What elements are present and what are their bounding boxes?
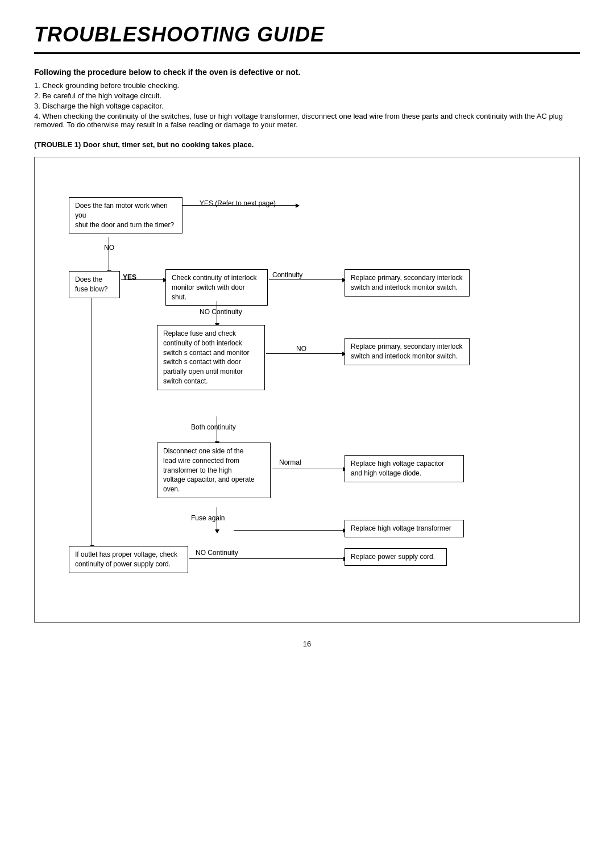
no-continuity-2-label: NO Continuity: [196, 549, 238, 557]
arrow-normal: [272, 469, 343, 469]
fan-motor-box: Does the fan motor work when youshut the…: [69, 197, 182, 233]
arrow-fuse-again: [234, 530, 343, 531]
replace-fuse-box: Replace fuse and checkcontinuity of both…: [157, 325, 265, 390]
no-continuity-label: NO Continuity: [200, 308, 242, 316]
normal-label: Normal: [279, 458, 301, 466]
replace-power-box: Replace power supply cord.: [345, 548, 447, 566]
fuse-again-label: Fuse again: [191, 514, 225, 522]
outlet-box: If outlet has proper voltage, checkconti…: [69, 546, 188, 573]
intro-item-1: 1. Check grounding before trouble checki…: [34, 81, 580, 90]
arrow-fuse-no: [266, 353, 343, 354]
arrow-no-continuity-2: [189, 558, 344, 559]
replace-interlock-1-box: Replace primary, secondary interlockswit…: [345, 269, 470, 297]
page-number: 16: [34, 640, 580, 648]
yes-next-page-label: YES (Refer to next page): [200, 199, 276, 207]
arrow-fan-yes: [182, 205, 296, 206]
arrow-fuse-yes: [121, 279, 164, 280]
continuity-label: Continuity: [272, 271, 302, 279]
disconnect-box: Disconnect one side of thelead wire conn…: [157, 443, 271, 498]
check-continuity-box: Check continuity of interlockmonitor swi…: [165, 269, 268, 306]
arrow-fuse-down: [92, 298, 92, 545]
replace-interlock-2-box: Replace primary, secondary interlockswit…: [345, 338, 470, 365]
fuse-blow-box: Does thefuse blow?: [69, 271, 120, 298]
replace-transformer-box: Replace high voltage transformer: [345, 520, 464, 537]
arrow-continuity: [269, 279, 343, 280]
arrow-both-continuity: [217, 416, 217, 442]
intro-item-3: 3. Discharge the high voltage capacitor.: [34, 102, 580, 110]
arrow-fan-no: [109, 237, 109, 271]
no-label-2: NO: [296, 345, 306, 353]
trouble-heading: (TROUBLE 1) Door shut, timer set, but no…: [34, 140, 580, 149]
arrow-fuse-again-down: [217, 507, 217, 530]
intro-list: 1. Check grounding before trouble checki…: [34, 81, 580, 129]
intro-item-4: 4. When checking the continuity of the s…: [34, 112, 580, 129]
replace-capacitor-box: Replace high voltage capacitorand high v…: [345, 455, 464, 482]
arrow-no-continuity: [217, 301, 217, 324]
page-title: TROUBLESHOOTING GUIDE: [34, 23, 580, 54]
intro-heading: Following the procedure below to check i…: [34, 68, 580, 77]
no-label-1: NO: [104, 244, 114, 252]
both-continuity-label: Both continuity: [191, 423, 236, 431]
intro-item-2: 2. Be careful of the high voltage circui…: [34, 91, 580, 100]
flowchart-diagram: Does the fan motor work when youshut the…: [34, 157, 580, 623]
